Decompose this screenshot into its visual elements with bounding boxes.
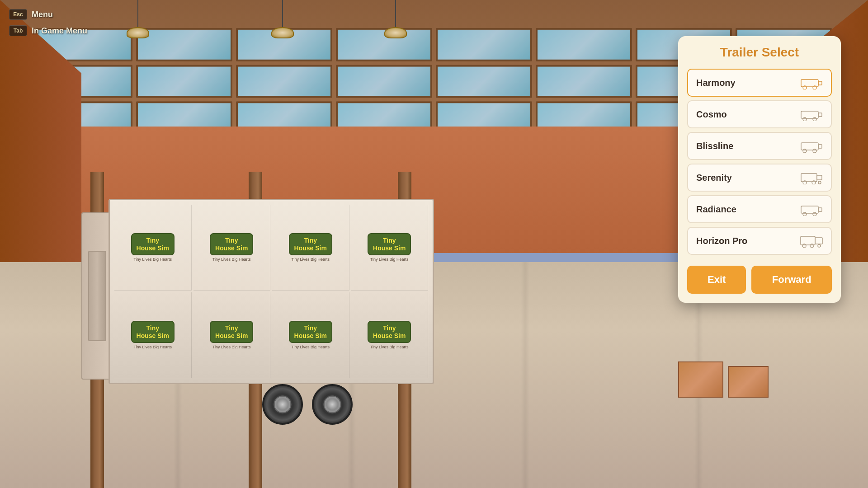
menu-label: Menu [32, 10, 53, 19]
brand-cell: TinyHouse Sim Tiny Lives Big Hearts [272, 292, 349, 378]
wheel [262, 384, 303, 425]
trailer-option-horizon-pro[interactable]: Horizon Pro [687, 227, 832, 255]
ingame-menu-label: In Game Menu [32, 26, 87, 36]
keyboard-shortcuts: Esc Menu Tab In Game Menu [9, 9, 87, 36]
brand-logo: TinyHouse Sim [210, 233, 253, 256]
trailer-door [88, 251, 106, 341]
trailer-option-harmony[interactable]: Harmony [687, 69, 832, 97]
brand-tagline: Tiny Lives Big Hearts [212, 257, 251, 262]
brand-cell: TinyHouse Sim Tiny Lives Big Hearts [351, 292, 429, 378]
trailer-option-radiance[interactable]: Radiance [687, 195, 832, 223]
trailer-wheels [262, 384, 353, 425]
svg-point-20 [813, 212, 816, 216]
trailer-vehicle-icon [800, 76, 823, 89]
svg-rect-18 [818, 208, 822, 211]
svg-point-15 [812, 181, 816, 184]
brand-logo: TinyHouse Sim [131, 233, 175, 256]
svg-rect-21 [801, 236, 815, 245]
brand-tagline: Tiny Lives Big Hearts [291, 257, 330, 262]
svg-point-24 [810, 244, 814, 248]
svg-rect-4 [801, 111, 818, 118]
svg-point-16 [818, 181, 821, 184]
brand-logo: TinyHouse Sim [368, 321, 411, 343]
trailer: TinyHouse Sim Tiny Lives Big Hearts Tiny… [81, 199, 434, 425]
tab-key-badge: Tab [9, 25, 27, 36]
brand-tagline: Tiny Lives Big Hearts [212, 345, 251, 349]
svg-rect-13 [817, 175, 822, 180]
trailer-body: TinyHouse Sim Tiny Lives Big Hearts Tiny… [108, 199, 434, 384]
shortcut-ingame-menu: Tab In Game Menu [9, 25, 87, 36]
brand-logo: TinyHouse Sim [210, 321, 253, 343]
brand-tagline: Tiny Lives Big Hearts [291, 345, 330, 349]
trailer-option-cosmo[interactable]: Cosmo [687, 100, 832, 128]
svg-point-3 [813, 86, 816, 89]
trailer-vehicle-icon [800, 234, 823, 248]
brand-cell: TinyHouse Sim Tiny Lives Big Hearts [351, 205, 429, 291]
trailer-list: Harmony Cosmo [687, 69, 832, 255]
svg-point-14 [803, 181, 807, 184]
light-fixture [384, 0, 407, 38]
forward-button[interactable]: Forward [751, 266, 832, 294]
trailer-option-blissline[interactable]: Blissline [687, 132, 832, 160]
svg-point-10 [803, 149, 807, 153]
svg-rect-22 [815, 238, 822, 244]
svg-rect-12 [801, 174, 817, 182]
wheel [312, 384, 353, 425]
svg-rect-17 [801, 206, 818, 213]
box [678, 361, 723, 398]
brand-tagline: Tiny Lives Big Hearts [370, 257, 409, 262]
trailer-icon-blissline [800, 139, 823, 153]
svg-point-7 [813, 117, 816, 121]
svg-point-23 [802, 244, 806, 248]
svg-point-6 [803, 117, 807, 121]
trailer-name-harmony: Harmony [696, 78, 736, 88]
brand-logo: TinyHouse Sim [368, 233, 411, 256]
trailer-select-panel: Trailer Select Harmony Cosmo [678, 36, 841, 303]
panel-buttons: Exit Forward [687, 266, 832, 294]
svg-point-19 [803, 212, 807, 216]
brand-cell: TinyHouse Sim Tiny Lives Big Hearts [193, 292, 271, 378]
shortcut-menu: Esc Menu [9, 9, 87, 20]
trailer-name-horizon-pro: Horizon Pro [696, 236, 747, 246]
exit-button[interactable]: Exit [687, 266, 746, 294]
brand-logo: TinyHouse Sim [289, 233, 332, 256]
brand-cell: TinyHouse Sim Tiny Lives Big Hearts [114, 292, 192, 378]
trailer-icon-horizon-pro [800, 234, 823, 248]
trailer-branding-grid: TinyHouse Sim Tiny Lives Big Hearts Tiny… [114, 205, 428, 378]
esc-key-badge: Esc [9, 9, 27, 20]
svg-point-2 [803, 86, 807, 89]
trailer-icon-cosmo [800, 108, 823, 121]
brand-tagline: Tiny Lives Big Hearts [370, 345, 409, 349]
trailer-name-serenity: Serenity [696, 173, 732, 183]
brand-cell: TinyHouse Sim Tiny Lives Big Hearts [272, 205, 349, 291]
svg-rect-9 [818, 145, 822, 148]
trailer-icon-serenity [800, 171, 823, 184]
trailer-name-blissline: Blissline [696, 141, 733, 151]
svg-rect-5 [818, 113, 822, 117]
brand-cell: TinyHouse Sim Tiny Lives Big Hearts [114, 205, 192, 291]
trailer-vehicle-icon [800, 202, 823, 216]
svg-rect-8 [801, 143, 818, 150]
light-fixture [127, 0, 149, 38]
trailer-name-cosmo: Cosmo [696, 109, 727, 120]
box [728, 366, 769, 398]
brand-logo: TinyHouse Sim [131, 321, 175, 343]
trailer-vehicle-icon [800, 171, 823, 184]
trailer-option-serenity[interactable]: Serenity [687, 164, 832, 192]
brand-cell: TinyHouse Sim Tiny Lives Big Hearts [193, 205, 271, 291]
trailer-icon-harmony [800, 76, 823, 89]
brand-tagline: Tiny Lives Big Hearts [133, 345, 172, 349]
light-fixture [271, 0, 294, 38]
svg-point-11 [813, 149, 816, 153]
brand-tagline: Tiny Lives Big Hearts [133, 257, 172, 262]
svg-rect-0 [801, 80, 818, 87]
trailer-icon-radiance [800, 202, 823, 216]
trailer-name-radiance: Radiance [696, 204, 736, 215]
trailer-vehicle-icon [800, 108, 823, 121]
svg-rect-1 [818, 81, 822, 85]
panel-title: Trailer Select [687, 45, 832, 60]
trailer-vehicle-icon [800, 139, 823, 153]
brand-logo: TinyHouse Sim [289, 321, 332, 343]
svg-point-25 [818, 244, 821, 247]
